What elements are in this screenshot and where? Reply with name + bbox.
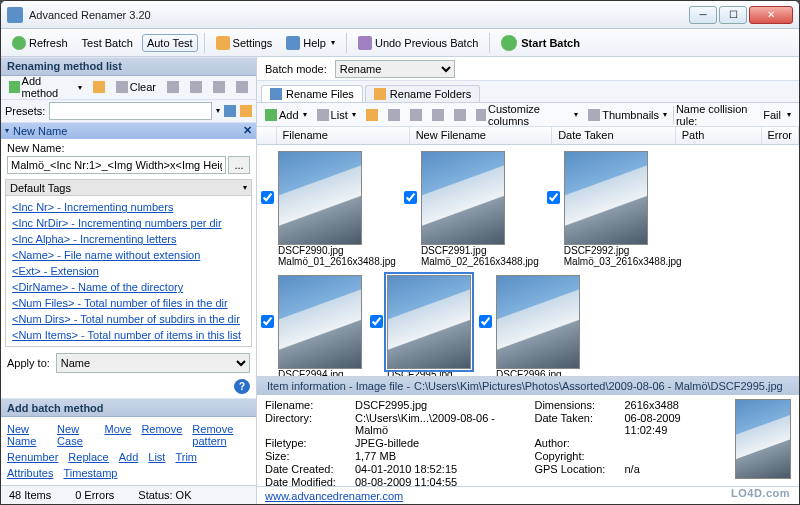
thumbnail-checkbox[interactable] bbox=[479, 315, 492, 328]
main-toolbar: Refresh Test Batch Auto Test Settings He… bbox=[1, 29, 799, 57]
start-batch-button[interactable]: Start Batch bbox=[496, 32, 585, 54]
tag-link[interactable]: <Num Dirs> - Total number of subdirs in … bbox=[12, 311, 245, 327]
method-close-icon[interactable]: ✕ bbox=[243, 124, 252, 137]
batch-method-link[interactable]: Renumber bbox=[7, 451, 58, 463]
batch-method-link[interactable]: List bbox=[148, 451, 165, 463]
collision-dropdown[interactable]: ▾ bbox=[783, 108, 795, 121]
thumbnail-item[interactable]: DSCF2994.jpg bbox=[261, 275, 362, 376]
clear-button[interactable]: Clear bbox=[112, 79, 160, 95]
status-errors: 0 Errors bbox=[75, 489, 114, 501]
batch-method-link[interactable]: Trim bbox=[175, 451, 197, 463]
thumbnail-item[interactable]: DSCF2990.jpgMalmö_01_2616x3488.jpg bbox=[261, 151, 396, 267]
batch-method-link[interactable]: Move bbox=[104, 423, 131, 447]
close-button[interactable]: ✕ bbox=[749, 6, 793, 24]
new-name-input[interactable] bbox=[7, 156, 226, 174]
new-name-label: New Name: bbox=[7, 142, 250, 154]
tag-link[interactable]: <DirName> - Name of the directory bbox=[12, 279, 245, 295]
thumbnail-checkbox[interactable] bbox=[404, 191, 417, 204]
presets-input[interactable] bbox=[49, 102, 212, 120]
tag-link[interactable]: <Num Files> - Total number of files in t… bbox=[12, 295, 245, 311]
clear-icon bbox=[116, 81, 128, 93]
thumbnail-item[interactable]: DSCF2995.jpg bbox=[370, 275, 471, 376]
move-bottom-button[interactable] bbox=[232, 79, 252, 95]
thumbnail-grid: DSCF2990.jpgMalmö_01_2616x3488.jpgDSCF29… bbox=[257, 145, 799, 376]
help-button[interactable]: Help▾ bbox=[281, 33, 340, 53]
refresh-button[interactable]: Refresh bbox=[7, 33, 73, 53]
thumbnail-item[interactable]: DSCF2992.jpgMalmö_03_2616x3488.jpg bbox=[547, 151, 682, 267]
add-files-button[interactable]: Add bbox=[261, 107, 311, 123]
thumbnail-checkbox[interactable] bbox=[370, 315, 383, 328]
batch-method-link[interactable]: Remove bbox=[141, 423, 182, 447]
thumbnail-filename: DSCF2990.jpg bbox=[278, 245, 396, 256]
remove-method-button[interactable] bbox=[89, 79, 109, 95]
files-icon bbox=[270, 88, 282, 100]
tag-link[interactable]: <Inc NrDir> - Incrementing numbers per d… bbox=[12, 215, 245, 231]
tb-btn-1[interactable] bbox=[362, 107, 382, 123]
tag-link[interactable]: <Name> - File name without extension bbox=[12, 247, 245, 263]
thumbnail-image[interactable] bbox=[421, 151, 505, 245]
move-top-button[interactable] bbox=[209, 79, 229, 95]
batch-method-link[interactable]: Attributes bbox=[7, 467, 53, 479]
batch-method-link[interactable]: Timestamp bbox=[63, 467, 117, 479]
batch-mode-select[interactable]: Rename bbox=[335, 60, 455, 78]
up-icon bbox=[167, 81, 179, 93]
gear-icon bbox=[216, 36, 230, 50]
thumbnail-image[interactable] bbox=[496, 275, 580, 369]
tag-link[interactable]: <Ext> - Extension bbox=[12, 263, 245, 279]
thumbnail-item[interactable]: DSCF2991.jpgMalmö_02_2616x3488.jpg bbox=[404, 151, 539, 267]
thumbnail-new-filename: Malmö_01_2616x3488.jpg bbox=[278, 256, 396, 267]
tags-list: <Inc Nr> - Incrementing numbers<Inc NrDi… bbox=[5, 196, 252, 347]
method-header[interactable]: ▾ New Name ✕ bbox=[1, 123, 256, 140]
thumbnail-checkbox[interactable] bbox=[547, 191, 560, 204]
right-panel: Batch mode: Rename Rename Files Rename F… bbox=[257, 57, 799, 504]
plus-icon bbox=[265, 109, 277, 121]
tab-rename-folders[interactable]: Rename Folders bbox=[365, 85, 480, 102]
thumbnail-checkbox[interactable] bbox=[261, 191, 274, 204]
tab-rename-files[interactable]: Rename Files bbox=[261, 85, 363, 102]
tag-link[interactable]: <Num Items> - Total number of items in t… bbox=[12, 327, 245, 343]
footer-link[interactable]: www.advancedrenamer.com bbox=[265, 490, 403, 502]
customize-columns-button[interactable]: Customize columns bbox=[472, 101, 582, 129]
save-preset-icon[interactable] bbox=[224, 105, 236, 117]
open-preset-icon[interactable] bbox=[240, 105, 252, 117]
tb-btn-4[interactable] bbox=[428, 107, 448, 123]
window-title: Advanced Renamer 3.20 bbox=[29, 9, 689, 21]
list-button[interactable]: List bbox=[313, 107, 360, 123]
tb-btn-2[interactable] bbox=[384, 107, 404, 123]
thumbnails-button[interactable]: Thumbnails bbox=[584, 107, 671, 123]
thumbnail-image[interactable] bbox=[278, 151, 362, 245]
minimize-button[interactable]: ─ bbox=[689, 6, 717, 24]
browse-tags-button[interactable]: ... bbox=[228, 156, 250, 174]
move-up-button[interactable] bbox=[163, 79, 183, 95]
batch-method-link[interactable]: Replace bbox=[68, 451, 108, 463]
default-tags-header[interactable]: Default Tags▾ bbox=[5, 179, 252, 196]
tag-link[interactable]: <Inc Nr> - Incrementing numbers bbox=[12, 199, 245, 215]
maximize-button[interactable]: ☐ bbox=[719, 6, 747, 24]
thumbnail-image[interactable] bbox=[564, 151, 648, 245]
thumbnail-checkbox[interactable] bbox=[261, 315, 274, 328]
tag-link[interactable]: <Inc Alpha> - Incrementing letters bbox=[12, 231, 245, 247]
batch-method-link[interactable]: New Name bbox=[7, 423, 47, 447]
thumbnail-new-filename: Malmö_02_2616x3488.jpg bbox=[421, 256, 539, 267]
add-method-button[interactable]: Add method▾ bbox=[5, 73, 86, 101]
batch-method-link[interactable]: Remove pattern bbox=[192, 423, 250, 447]
thumbnail-filename: DSCF2994.jpg bbox=[278, 369, 362, 376]
thumbnail-image[interactable] bbox=[278, 275, 362, 369]
info-col-1: Filename:DSCF2995.jpg Directory:C:\Users… bbox=[265, 399, 514, 482]
status-items: 48 Items bbox=[9, 489, 51, 501]
thumbnails-icon bbox=[588, 109, 600, 121]
undo-button[interactable]: Undo Previous Batch bbox=[353, 33, 483, 53]
tb-btn-5[interactable] bbox=[450, 107, 470, 123]
apply-to-select[interactable]: Name bbox=[56, 353, 250, 373]
batch-method-link[interactable]: New Case bbox=[57, 423, 94, 447]
play-icon bbox=[501, 35, 517, 51]
settings-button[interactable]: Settings bbox=[211, 33, 278, 53]
auto-test-button[interactable]: Auto Test bbox=[142, 34, 198, 52]
thumbnail-item[interactable]: DSCF2996.jpg bbox=[479, 275, 580, 376]
method-help-icon[interactable]: ? bbox=[234, 379, 250, 394]
thumbnail-image[interactable] bbox=[387, 275, 471, 369]
batch-method-link[interactable]: Add bbox=[119, 451, 139, 463]
tb-btn-3[interactable] bbox=[406, 107, 426, 123]
test-batch-button[interactable]: Test Batch bbox=[77, 34, 138, 52]
move-down-button[interactable] bbox=[186, 79, 206, 95]
